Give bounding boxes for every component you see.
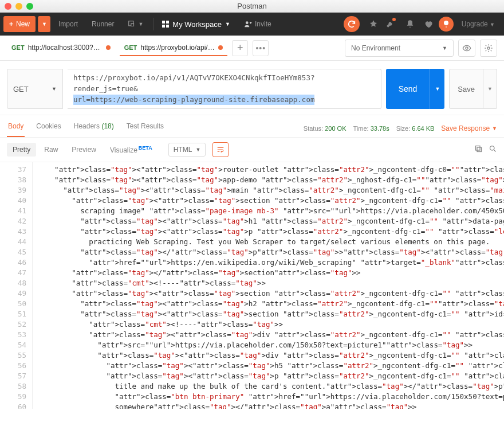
unsaved-indicator-icon bbox=[218, 45, 223, 50]
invite-button[interactable]: Invite bbox=[238, 16, 277, 32]
upgrade-button[interactable]: Upgrade ▼ bbox=[456, 20, 501, 28]
response-status: Status: 200 OK Time: 33.78s Size: 6.64 K… bbox=[304, 124, 497, 132]
environment-settings-button[interactable] bbox=[480, 40, 497, 57]
method-label: GET bbox=[13, 85, 29, 93]
request-tab-1[interactable]: GET https://proxybot.io/api/v1/AQT... bbox=[120, 40, 228, 56]
search-icon bbox=[489, 144, 497, 153]
copy-icon bbox=[474, 144, 483, 153]
wrap-lines-button[interactable] bbox=[212, 142, 229, 157]
code-content[interactable]: "attr">class="tag"><"attr">class="tag">r… bbox=[32, 162, 504, 409]
balloon-icon bbox=[442, 19, 451, 29]
copy-button[interactable] bbox=[474, 144, 483, 155]
open-new-icon[interactable]: ▼ bbox=[122, 16, 149, 32]
search-button[interactable] bbox=[489, 144, 497, 155]
workspace-selector[interactable]: My Workspace ▼ bbox=[162, 20, 230, 29]
bell-icon[interactable] bbox=[402, 19, 418, 29]
url-input[interactable]: https://proxybot.io/api/v1/AQTvV7OKEXO4C… bbox=[68, 69, 381, 109]
import-button[interactable]: Import bbox=[53, 16, 84, 32]
save-button[interactable]: Save bbox=[449, 69, 483, 109]
tab-options-button[interactable]: ••• bbox=[253, 40, 269, 56]
invite-icon bbox=[244, 20, 252, 28]
titlebar: Postman bbox=[0, 0, 504, 13]
wrap-icon bbox=[216, 146, 225, 154]
tab-label: http://localhost:3000?url=https:... bbox=[28, 44, 103, 52]
request-bar: GET▼ https://proxybot.io/api/v1/AQTvV7OK… bbox=[0, 61, 504, 115]
response-tabs: Body Cookies Headers (18) Test Results S… bbox=[0, 115, 504, 138]
runner-button[interactable]: Runner bbox=[86, 16, 120, 32]
invite-label: Invite bbox=[255, 20, 271, 28]
body-view-tabs: Pretty Raw Preview VisualizeBETA HTML▼ bbox=[0, 138, 504, 162]
url-text-selected: url=https://web-scraping-playground-site… bbox=[73, 95, 314, 106]
tab-cookies[interactable]: Cookies bbox=[35, 120, 62, 137]
svg-point-4 bbox=[487, 47, 490, 49]
add-tab-button[interactable]: + bbox=[232, 40, 248, 56]
request-tab-0[interactable]: GET http://localhost:3000?url=https:... bbox=[7, 40, 115, 56]
view-visualize[interactable]: VisualizeBETA bbox=[104, 142, 158, 157]
new-button-label: New bbox=[16, 20, 30, 28]
eye-icon bbox=[462, 44, 471, 53]
window-title: Postman bbox=[0, 2, 504, 10]
svg-point-3 bbox=[466, 47, 468, 49]
line-gutter: 3738394041424344454647484950515253545556… bbox=[0, 162, 32, 409]
tab-label: https://proxybot.io/api/v1/AQT... bbox=[140, 44, 215, 52]
new-dropdown-button[interactable]: ▼ bbox=[38, 16, 50, 32]
svg-point-7 bbox=[490, 146, 495, 151]
response-body[interactable]: 3738394041424344454647484950515253545556… bbox=[0, 162, 504, 409]
status-size: 6.64 KB bbox=[412, 125, 434, 132]
environment-label: No Environment bbox=[351, 44, 400, 52]
save-response-button[interactable]: Save Response ▼ bbox=[441, 124, 497, 132]
tab-headers[interactable]: Headers (18) bbox=[73, 120, 115, 137]
svg-rect-5 bbox=[477, 147, 482, 152]
send-button[interactable]: Send bbox=[386, 69, 430, 109]
wrench-icon[interactable] bbox=[384, 19, 400, 29]
svg-point-2 bbox=[444, 21, 448, 25]
environment-preview-button[interactable] bbox=[458, 40, 475, 57]
tab-method: GET bbox=[124, 44, 137, 51]
user-avatar[interactable] bbox=[439, 17, 454, 32]
language-selector[interactable]: HTML▼ bbox=[168, 143, 206, 157]
heart-icon[interactable] bbox=[420, 19, 436, 29]
send-dropdown-button[interactable]: ▼ bbox=[430, 69, 444, 109]
tab-body[interactable]: Body bbox=[7, 120, 25, 137]
svg-rect-6 bbox=[476, 146, 481, 151]
tab-method: GET bbox=[11, 44, 25, 51]
satellite-icon[interactable] bbox=[365, 19, 381, 29]
main-toolbar: +New ▼ Import Runner ▼ My Workspace ▼ In… bbox=[0, 13, 504, 36]
view-raw[interactable]: Raw bbox=[38, 143, 64, 157]
tab-test-results[interactable]: Test Results bbox=[125, 120, 165, 137]
sync-icon bbox=[347, 19, 356, 29]
gear-icon bbox=[484, 44, 493, 53]
status-time: 33.78s bbox=[371, 125, 389, 132]
status-code: 200 OK bbox=[325, 125, 346, 132]
url-text-line2a: render_js=true& bbox=[73, 84, 138, 95]
view-pretty[interactable]: Pretty bbox=[7, 143, 36, 157]
view-preview[interactable]: Preview bbox=[66, 143, 102, 157]
url-text-line1: https://proxybot.io/api/v1/AQTvV7OKEXO4C… bbox=[73, 73, 314, 84]
workspace-icon bbox=[162, 21, 169, 28]
new-button[interactable]: +New bbox=[3, 16, 36, 32]
request-tabs-row: GET http://localhost:3000?url=https:... … bbox=[0, 36, 504, 61]
workspace-label: My Workspace bbox=[172, 20, 222, 29]
save-dropdown-button[interactable]: ▼ bbox=[483, 69, 497, 109]
unsaved-indicator-icon bbox=[106, 45, 111, 50]
svg-point-1 bbox=[246, 21, 249, 24]
method-selector[interactable]: GET▼ bbox=[7, 69, 63, 109]
sync-button[interactable] bbox=[344, 16, 360, 32]
environment-selector[interactable]: No Environment▼ bbox=[345, 40, 454, 57]
